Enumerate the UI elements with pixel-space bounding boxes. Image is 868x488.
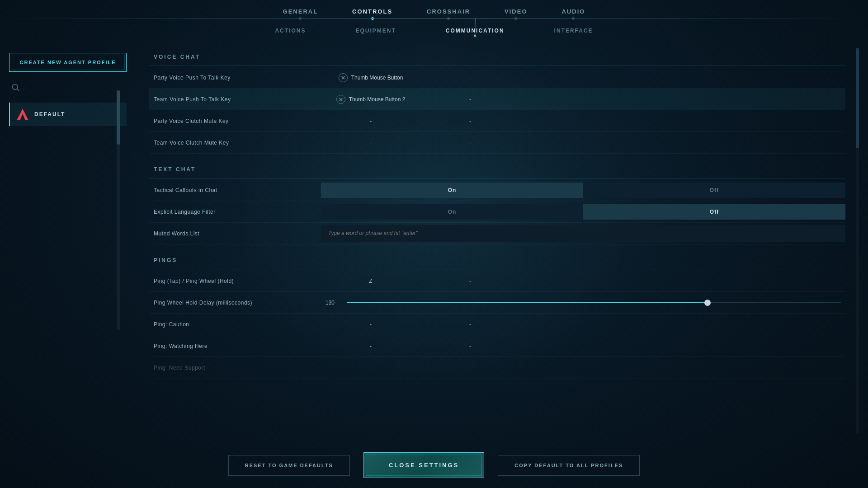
value-party-voice-clutch-2: - [420, 118, 520, 124]
section-header-voice-chat: VOICE CHAT [149, 48, 845, 66]
sub-nav-label-actions: ACTIONS [275, 28, 306, 34]
value-party-voice-push-2: - [420, 75, 520, 81]
label-ping-tap-hold: Ping (Tap) / Ping Wheel (Hold) [149, 272, 321, 290]
label-team-voice-clutch: Team Voice Clutch Mute Key [149, 134, 321, 151]
row-team-voice-push: Team Voice Push To Talk Key Thumb Mouse … [149, 89, 845, 110]
row-ping-tap-hold: Ping (Tap) / Ping Wheel (Hold) Z - [149, 270, 845, 292]
svg-point-0 [12, 84, 18, 89]
search-container[interactable] [9, 79, 127, 95]
sub-nav-actions[interactable]: ACTIONS [250, 28, 330, 34]
label-explicit-filter: Explicit Language Filter [149, 203, 321, 221]
page-wrapper: GENERAL CONTROLS CROSSHAIR VIDEO AUDIO A… [0, 0, 868, 488]
top-nav: GENERAL CONTROLS CROSSHAIR VIDEO AUDIO [0, 0, 868, 19]
profile-item-default[interactable]: DEFAULT [9, 103, 127, 126]
settings-content: VOICE CHAT Party Voice Push To Talk Key … [149, 48, 859, 379]
reset-defaults-button[interactable]: RESET TO GAME DEFAULTS [228, 455, 350, 476]
value-ping-need-support-1: - [321, 361, 420, 375]
reset-defaults-label: RESET TO GAME DEFAULTS [245, 463, 333, 468]
value-ping-tap-hold-2: - [420, 278, 520, 284]
value-party-voice-clutch-1: - [321, 114, 420, 128]
sub-nav: ACTIONS EQUIPMENT COMMUNICATION INTERFAC… [0, 19, 868, 39]
sub-nav-label-equipment: EQUIPMENT [355, 28, 396, 34]
label-party-voice-push: Party Voice Push To Talk Key [149, 69, 321, 86]
row-ping-wheel-delay: Ping Wheel Hold Delay (milliseconds) 130 [149, 292, 845, 314]
value-ping-caution-2: - [420, 321, 520, 328]
value-ping-caution-1: - [321, 318, 420, 331]
label-tactical-callouts: Tactical Callouts in Chat [149, 182, 321, 199]
close-settings-button[interactable]: CLOSE SETTINGS [363, 452, 484, 478]
nav-item-crosshair[interactable]: CROSSHAIR [410, 8, 487, 19]
sub-nav-label-interface: INTERFACE [554, 28, 593, 34]
party-voice-push-binding: Thumb Mouse Button [351, 75, 403, 81]
label-ping-caution: Ping: Caution [149, 316, 321, 333]
create-profile-button[interactable]: CREATE NEW AGENT PROFILE [9, 53, 127, 72]
label-ping-wheel-delay: Ping Wheel Hold Delay (milliseconds) [149, 294, 321, 311]
sub-nav-connector [475, 19, 475, 37]
ping-delay-fill [347, 302, 708, 303]
value-ping-need-support-2: - [420, 365, 520, 371]
sub-nav-interface[interactable]: INTERFACE [529, 28, 618, 34]
row-ping-need-support: Ping: Need Support - - [149, 357, 845, 379]
toggle-tactical-off[interactable]: Off [583, 183, 845, 198]
toggle-explicit-filter: On Off [321, 204, 845, 220]
main-content: CREATE NEW AGENT PROFILE DEFAULT [0, 44, 868, 442]
ping-delay-value: 130 [326, 300, 341, 306]
copy-default-label: COPY DEFAULT TO ALL PROFILES [514, 463, 623, 468]
nav-item-video[interactable]: VIDEO [487, 8, 544, 19]
sidebar: CREATE NEW AGENT PROFILE DEFAULT [9, 44, 136, 442]
value-party-voice-push-1: Thumb Mouse Button [321, 70, 420, 86]
row-explicit-filter: Explicit Language Filter On Off [149, 201, 845, 223]
slider-ping-delay: 130 [321, 300, 845, 306]
svg-line-1 [17, 89, 19, 91]
scroll-track[interactable] [856, 48, 859, 433]
sub-nav-communication[interactable]: COMMUNICATION [421, 28, 529, 34]
create-profile-label: CREATE NEW AGENT PROFILE [20, 60, 116, 65]
bottom-bar: RESET TO GAME DEFAULTS CLOSE SETTINGS CO… [0, 442, 868, 488]
section-header-text-chat: TEXT CHAT [149, 161, 845, 178]
toggle-tactical-callouts: On Off [321, 183, 845, 198]
ping-delay-thumb[interactable] [704, 300, 711, 306]
team-voice-push-binding: Thumb Mouse Button 2 [349, 96, 406, 103]
row-team-voice-clutch: Team Voice Clutch Mute Key - - [149, 132, 845, 154]
copy-default-button[interactable]: COPY DEFAULT TO ALL PROFILES [498, 455, 640, 476]
toggle-tactical-on[interactable]: On [321, 183, 583, 198]
muted-words-input[interactable] [321, 225, 845, 242]
sub-nav-equipment[interactable]: EQUIPMENT [330, 28, 420, 34]
section-header-pings: PINGS [149, 252, 845, 269]
settings-panel: VOICE CHAT Party Voice Push To Talk Key … [136, 44, 859, 442]
label-ping-need-support: Ping: Need Support [149, 359, 321, 376]
valorant-logo [16, 108, 29, 121]
close-settings-label: CLOSE SETTINGS [389, 462, 459, 469]
row-ping-watching: Ping: Watching Here - - [149, 335, 845, 357]
ping-delay-track[interactable] [347, 302, 841, 303]
sidebar-scroll-thumb [117, 90, 120, 145]
value-ping-watching-2: - [420, 343, 520, 349]
scroll-thumb [856, 48, 859, 148]
toggle-explicit-on[interactable]: On [321, 204, 583, 220]
value-ping-tap-hold-1: Z [321, 274, 420, 288]
sidebar-scrollbar[interactable] [117, 90, 120, 330]
row-party-voice-push: Party Voice Push To Talk Key Thumb Mouse… [149, 67, 845, 89]
label-party-voice-clutch: Party Voice Clutch Mute Key [149, 113, 321, 130]
label-team-voice-push: Team Voice Push To Talk Key [149, 91, 321, 108]
row-ping-caution: Ping: Caution - - [149, 314, 845, 335]
label-muted-words: Muted Words List [149, 225, 321, 242]
clear-party-voice-push[interactable] [339, 73, 348, 82]
row-tactical-callouts: Tactical Callouts in Chat On Off [149, 179, 845, 201]
settings-scroll-container: VOICE CHAT Party Voice Push To Talk Key … [149, 48, 859, 433]
search-icon [11, 83, 20, 92]
value-team-voice-clutch-1: - [321, 136, 420, 150]
profile-name-default: DEFAULT [34, 111, 65, 117]
nav-item-general[interactable]: GENERAL [266, 8, 335, 19]
toggle-explicit-off[interactable]: Off [583, 204, 845, 220]
value-ping-watching-1: - [321, 339, 420, 353]
nav-item-controls[interactable]: CONTROLS [335, 8, 410, 19]
clear-team-voice-push[interactable] [336, 95, 345, 104]
value-team-voice-push-2: - [420, 96, 520, 103]
nav-item-audio[interactable]: AUDIO [545, 8, 603, 19]
svg-marker-2 [17, 108, 28, 120]
row-muted-words: Muted Words List [149, 223, 845, 244]
label-ping-watching: Ping: Watching Here [149, 338, 321, 355]
value-team-voice-clutch-2: - [420, 140, 520, 146]
value-team-voice-push-1: Thumb Mouse Button 2 [321, 91, 420, 108]
